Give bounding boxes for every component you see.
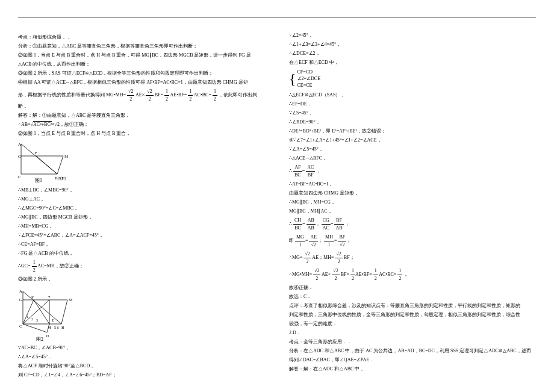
svg-line-5 xyxy=(36,156,57,174)
frac: BFAB xyxy=(334,217,343,232)
line: ④∵∠7=∠1+∠A=∠1+45°=∠1+∠2=∠ACE， xyxy=(289,137,536,144)
topic-line: 考点：相似形综合题．． xyxy=(18,34,265,41)
q2-topic: 考点：全等三角形的应用．． xyxy=(289,338,536,346)
svg-text:M: M xyxy=(69,297,73,302)
mg-mh-line: ∴MG= √22 AE；MH= √22 BF； xyxy=(289,250,536,266)
svg-text:M: M xyxy=(64,154,69,159)
line: ∴△ACE∽△BFC， xyxy=(289,155,536,162)
frac: CHBC xyxy=(293,217,302,232)
figure-2: A G F 7 M 1 2 3 C H 5 6 E B D 图2 xyxy=(18,287,265,341)
line: ∴FG 是△ACB 的中位线， xyxy=(18,250,265,257)
sqrt-expr: AC²+BC² xyxy=(33,122,52,127)
case-line: CE=CE xyxy=(297,82,321,89)
frac: √22 xyxy=(303,250,311,266)
line: 故选：C． xyxy=(289,293,536,300)
analysis-2b: △ACB 的中位线，从而作出判断； xyxy=(18,61,265,68)
line: 判定和性质，三角形中位线的性质，全等三角形的判定和性质，勾股定理，相似三角形的判… xyxy=(289,311,536,319)
line: ∴GC= 12 AC=MH，故②正确； xyxy=(18,259,265,274)
page-rule xyxy=(18,17,536,17)
line: ∴CE=AF=BF， xyxy=(18,241,265,248)
line: ∴MB⊥BC，∠MBC=90°， xyxy=(18,187,265,194)
frac: ACBF xyxy=(306,164,315,179)
frac: MG1 xyxy=(295,234,305,249)
line: ∴MG∥BC，四边形 MGCB 是矩形， xyxy=(18,214,265,221)
line: ∵∠A=∠5=45°， xyxy=(289,146,536,153)
sec2-heading: ②如图 1，当点 E 与点 B 重合时，点 H 与点 B 重合， xyxy=(18,130,265,137)
case-line: ∠2=∠DCE xyxy=(297,75,321,82)
text: AC•BC= xyxy=(379,272,396,277)
figure-1: A G F M C B(E) (H) 图1 xyxy=(18,141,265,183)
analysis-2: ②如图 1，当点 E 与点 B 重合时，点 H 与点 B 重合，可得 MG∥BC… xyxy=(18,52,265,59)
line: 故④正确． xyxy=(289,284,536,291)
frac: √22 xyxy=(332,267,339,282)
analysis-4b: 形，再根据平行线的性质和等量代换得到 MG•MH= √22 AE× √22 BF… xyxy=(18,88,265,110)
line: ∴∠BDE=90°， xyxy=(289,119,536,126)
svg-text:A: A xyxy=(18,142,21,147)
text: AE；MH= xyxy=(312,255,334,260)
svg-text:2: 2 xyxy=(31,317,33,321)
text: 即 xyxy=(289,238,294,243)
text: AC=MH，故②正确； xyxy=(37,263,84,269)
ratio-line-2: ∴ CHBC= ABAB， CGAC= BFAB ； xyxy=(289,217,536,232)
solution-start: 解答：解：①由题意知，△ABC 是等腰直角三角形， xyxy=(18,112,265,119)
frac-1-2: 12 xyxy=(188,88,193,103)
frac: 12 xyxy=(373,267,378,282)
frac-1-2: 12 xyxy=(164,88,169,103)
line: ∴∠A=∠5=45°． xyxy=(18,353,265,361)
frac: CGAC xyxy=(322,217,331,232)
frac: ABAB xyxy=(307,217,316,232)
line: 由题意知四边形 CHMG 是矩形， xyxy=(289,190,536,197)
line: ∴∠DCE=∠2． xyxy=(289,50,536,57)
line: ∴MG∥BC，MH=CG， xyxy=(289,199,536,206)
svg-text:A: A xyxy=(19,289,22,294)
text: ∴MG•MH= xyxy=(289,272,312,277)
q2-analysis: 分析：在△ADC 和△ABC 中，由于 AC 为公共边，AB=AD，BC=DC，… xyxy=(289,347,536,355)
frac: AE√2 xyxy=(309,234,318,249)
text: AE•BF= xyxy=(170,92,187,98)
frac: 12 xyxy=(350,267,355,282)
line: ∵∠2=45°， xyxy=(289,32,536,39)
line: ∴MH=MB=CG， xyxy=(18,223,265,230)
line: 将△ACF 顺时针旋转 90°至△BCD， xyxy=(18,362,265,370)
q2-analysis-2: 得到∠DAC=∠BAC，即∠QAE=∠PAE． xyxy=(289,356,536,364)
text: BF； xyxy=(344,255,355,260)
ratio-line: ∴ AFBC= ACBF ， xyxy=(289,164,536,179)
text: BF= xyxy=(341,272,349,277)
svg-text:(H): (H) xyxy=(60,176,66,181)
text: AC•BC= xyxy=(194,92,211,98)
line: ∴EF=DE． xyxy=(289,101,536,108)
case-system: { CF=CD ∠2=∠DCE CE=CE xyxy=(289,69,536,89)
fig2-label: 图2 xyxy=(36,337,43,341)
svg-line-15 xyxy=(23,291,61,324)
line: ∴∠1+∠3=∠3+∠4=45°， xyxy=(289,41,536,48)
svg-text:H: H xyxy=(48,325,51,330)
line: 较强，有一定的难度． xyxy=(289,320,536,328)
svg-text:E: E xyxy=(52,318,54,323)
text: ， xyxy=(316,168,321,173)
line: ∵AC=BC，∠ACB=90°， xyxy=(18,344,265,352)
svg-text:5 6: 5 6 xyxy=(54,326,59,329)
line: ∴∠MGC=90°=∠C=∠MBC， xyxy=(18,205,265,212)
line: ∴MG⊥AC， xyxy=(18,196,265,203)
brace-icon: { xyxy=(289,72,296,86)
text: AE× xyxy=(322,272,331,277)
svg-text:F: F xyxy=(35,151,37,155)
text: ， xyxy=(403,272,408,277)
analysis-1: 分析：①由题意知，△ABC 是等腰直角三角形，根据等腰直角三角形即可作出判断； xyxy=(18,43,265,50)
line: ∴△ECF≌△ECD（SAS）， xyxy=(289,92,536,99)
frac: AFBC xyxy=(293,164,302,179)
text: =√2，故①正确； xyxy=(52,122,89,127)
line: 则 CF=CD，∠1=∠4，∠A=∠6=45°；BD=AF； xyxy=(18,372,265,379)
text: ； xyxy=(345,221,350,226)
mg-mh-product: ∴MG•MH= √22 AE× √22 BF= 12AE•BF= 12 AC•B… xyxy=(289,267,536,282)
svg-text:B: B xyxy=(61,325,64,330)
line: MG∥BC，MH∥AC， xyxy=(289,208,536,215)
svg-text:D: D xyxy=(46,334,49,338)
document-body: 考点：相似形综合题．． 分析：①由题意知，△ABC 是等腰直角三角形，根据等腰直… xyxy=(18,32,536,381)
line: 点评：考查了相似形综合题，涉及的知识点有：等腰直角三角形的判定和性质，平行线的判… xyxy=(289,302,536,310)
frac: 12 xyxy=(397,267,402,282)
frac: √22 xyxy=(313,267,320,282)
line: 在△ECF 和△ECD 中， xyxy=(289,59,536,66)
svg-text:7: 7 xyxy=(48,295,51,300)
ratio-line-3: 即 MG1= AE√2； MH1= BF√2， xyxy=(289,234,536,249)
